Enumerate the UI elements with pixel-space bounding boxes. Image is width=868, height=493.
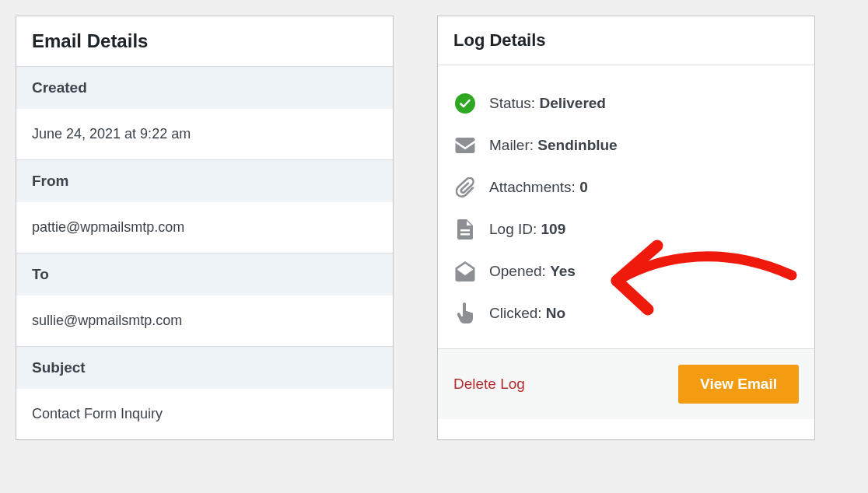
status-label: Status: [489, 95, 539, 111]
logid-label: Log ID: [489, 221, 541, 237]
mailer-label: Mailer: [489, 137, 537, 153]
created-value: June 24, 2021 at 9:22 am [16, 109, 393, 160]
attachments-row: Attachments: 0 [453, 166, 799, 208]
email-details-title: Email Details [32, 30, 377, 52]
log-footer: Delete Log View Email [438, 348, 814, 419]
email-details-header: Email Details [16, 16, 393, 67]
to-label: To [16, 253, 393, 295]
log-details-title: Log Details [453, 30, 799, 51]
subject-label: Subject [16, 347, 393, 389]
delete-log-link[interactable]: Delete Log [453, 376, 525, 393]
from-label: From [16, 160, 393, 202]
file-icon [453, 219, 477, 240]
opened-value: Yes [550, 263, 576, 279]
status-row: Status: Delivered [453, 82, 799, 124]
clicked-label: Clicked: [489, 305, 546, 321]
logid-row: Log ID: 109 [453, 208, 799, 250]
paperclip-icon [453, 177, 477, 198]
logid-value: 109 [541, 221, 566, 237]
log-details-header: Log Details [438, 16, 814, 65]
email-details-panel: Email Details Created June 24, 2021 at 9… [16, 16, 394, 440]
opened-row: Opened: Yes [453, 250, 799, 292]
mailer-value: Sendinblue [537, 137, 617, 153]
pointer-icon [453, 303, 477, 323]
to-value: sullie@wpmailsmtp.com [16, 295, 393, 347]
envelope-icon [453, 135, 477, 156]
attachments-label: Attachments: [489, 179, 579, 195]
view-email-button[interactable]: View Email [678, 365, 799, 404]
opened-label: Opened: [489, 263, 550, 279]
status-value: Delivered [539, 95, 606, 111]
envelope-open-icon [453, 261, 477, 281]
created-label: Created [16, 67, 393, 109]
from-value: pattie@wpmailsmtp.com [16, 202, 393, 253]
subject-value: Contact Form Inquiry [16, 389, 393, 439]
check-circle-icon [453, 93, 477, 114]
clicked-value: No [546, 305, 565, 321]
log-details-panel: Log Details Status: Delivered Mailer: [437, 16, 815, 440]
mailer-row: Mailer: Sendinblue [453, 124, 799, 166]
attachments-value: 0 [579, 179, 588, 195]
clicked-row: Clicked: No [453, 292, 799, 334]
